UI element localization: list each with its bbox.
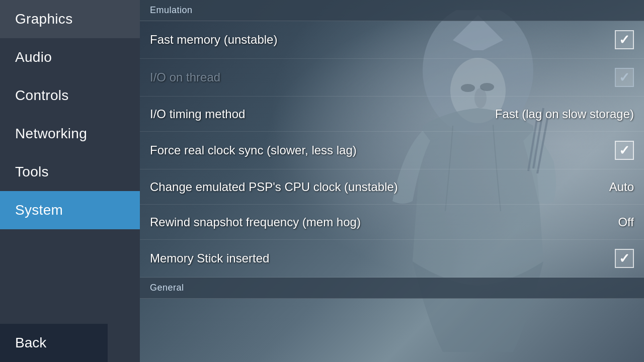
row-label-fast-memory: Fast memory (unstable) <box>150 33 277 47</box>
settings-row-io-on-thread[interactable]: I/O on thread <box>140 59 644 97</box>
section-header-emulation: Emulation <box>140 0 644 21</box>
main-content: EmulationFast memory (unstable)I/O on th… <box>140 0 644 362</box>
sidebar-item-controls[interactable]: Controls <box>0 76 140 115</box>
sections-container: EmulationFast memory (unstable)I/O on th… <box>140 0 644 299</box>
sidebar-item-audio[interactable]: Audio <box>0 38 140 76</box>
settings-row-rewind-snapshot[interactable]: Rewind snapshot frequency (mem hog)Off <box>140 205 644 240</box>
row-value-rewind-snapshot: Off <box>618 215 634 229</box>
section-header-general: General <box>140 278 644 299</box>
settings-row-io-timing[interactable]: I/O timing methodFast (lag on slow stora… <box>140 97 644 132</box>
row-label-force-clock-sync: Force real clock sync (slower, less lag) <box>150 143 357 157</box>
settings-row-cpu-clock[interactable]: Change emulated PSP's CPU clock (unstabl… <box>140 169 644 205</box>
checkbox-io-on-thread[interactable] <box>615 68 634 87</box>
row-label-rewind-snapshot: Rewind snapshot frequency (mem hog) <box>150 215 361 229</box>
checkbox-fast-memory[interactable] <box>615 30 634 49</box>
sidebar: GraphicsAudioControlsNetworkingToolsSyst… <box>0 0 140 362</box>
settings-row-memory-stick[interactable]: Memory Stick inserted <box>140 240 644 278</box>
row-label-io-on-thread: I/O on thread <box>150 70 220 84</box>
row-label-memory-stick: Memory Stick inserted <box>150 251 269 265</box>
sidebar-item-system[interactable]: System <box>0 191 140 229</box>
row-value-io-timing: Fast (lag on slow storage) <box>495 107 634 121</box>
sidebar-item-tools[interactable]: Tools <box>0 153 140 191</box>
settings-row-force-clock-sync[interactable]: Force real clock sync (slower, less lag) <box>140 132 644 169</box>
checkbox-force-clock-sync[interactable] <box>615 141 634 160</box>
sidebar-item-networking[interactable]: Networking <box>0 115 140 153</box>
settings-overlay: EmulationFast memory (unstable)I/O on th… <box>140 0 644 362</box>
sidebar-item-graphics[interactable]: Graphics <box>0 0 140 38</box>
back-button[interactable]: Back <box>0 324 108 362</box>
row-label-cpu-clock: Change emulated PSP's CPU clock (unstabl… <box>150 180 398 194</box>
row-value-cpu-clock: Auto <box>609 180 634 194</box>
sidebar-items: GraphicsAudioControlsNetworkingToolsSyst… <box>0 0 140 229</box>
settings-row-fast-memory[interactable]: Fast memory (unstable) <box>140 21 644 59</box>
row-label-io-timing: I/O timing method <box>150 107 245 121</box>
checkbox-memory-stick[interactable] <box>615 249 634 268</box>
